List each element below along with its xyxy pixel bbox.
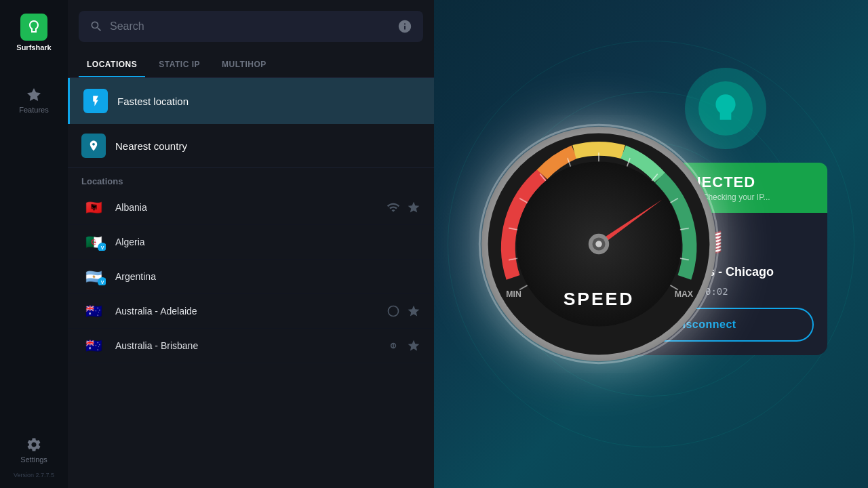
search-input[interactable] [110, 20, 391, 33]
country-name: Australia - Adelaide [115, 306, 377, 317]
country-name: Algeria [115, 237, 411, 247]
list-item[interactable]: 🇩🇿 V Algeria [68, 225, 434, 260]
fastest-icon [83, 89, 108, 113]
svg-point-0 [389, 306, 399, 317]
version-text: Version 2.7.7.5 [14, 472, 54, 479]
tab-bar: LOCATIONS STATIC IP MULTIHOP [68, 53, 434, 78]
algeria-flag: 🇩🇿 V [81, 233, 106, 251]
svg-text:SPEED: SPEED [564, 289, 634, 309]
country-name: Albania [115, 202, 377, 213]
search-icon [90, 20, 103, 33]
fastest-location-item[interactable]: Fastest location [68, 78, 434, 124]
settings-icon [26, 436, 42, 453]
country-name: Argentina [115, 271, 411, 282]
svg-text:MAX: MAX [675, 289, 694, 299]
sidebar-item-settings[interactable]: Settings [0, 428, 68, 472]
vpn-badge: V [98, 277, 106, 285]
right-panel: CONNECTED Your IP address: Checking your… [434, 0, 868, 488]
surfshark-logo-svg [26, 19, 42, 35]
country-actions [387, 339, 420, 352]
country-actions [387, 201, 420, 214]
info-icon[interactable] [397, 19, 412, 34]
star-icon[interactable] [407, 304, 420, 318]
tab-locations[interactable]: LOCATIONS [79, 53, 145, 77]
star-icon[interactable] [407, 201, 420, 214]
country-actions [387, 304, 420, 318]
signal-icon[interactable] [387, 201, 400, 214]
signal-icon[interactable] [387, 339, 400, 352]
settings-label: Settings [20, 455, 47, 464]
tab-multihop[interactable]: MULTIHOP [214, 53, 275, 77]
fastest-label: Fastest location [117, 96, 189, 107]
country-name: Australia - Brisbane [115, 340, 377, 351]
australia-flag: 🇦🇺 [81, 302, 106, 320]
features-label: Features [19, 106, 48, 114]
speedometer-svg: MIN MAX SPEED [470, 115, 728, 373]
nearest-country-item[interactable]: Nearest country [68, 124, 434, 168]
speedometer-overlay: MIN MAX SPEED [470, 115, 728, 373]
star-icon[interactable] [407, 339, 420, 352]
australia-brisbane-flag: 🇦🇺 [81, 337, 106, 354]
sidebar: Surfshark Features Settings Version 2.7.… [0, 0, 68, 488]
signal-icon[interactable] [387, 304, 400, 318]
nearest-label: Nearest country [115, 140, 187, 152]
features-icon [26, 87, 42, 103]
bolt-icon [90, 95, 102, 107]
app-name: Surfshark [16, 43, 51, 52]
albania-flag: 🇦🇱 [81, 199, 106, 216]
nearest-icon [81, 134, 106, 158]
argentina-flag: 🇦🇷 V [81, 268, 106, 285]
list-item[interactable]: 🇦🇺 Australia - Adelaide [68, 294, 434, 329]
tab-static-ip[interactable]: STATIC IP [151, 53, 208, 77]
location-list: Fastest location Nearest country Locatio… [68, 78, 434, 488]
svg-text:MIN: MIN [506, 289, 521, 299]
search-bar [79, 11, 423, 42]
list-item[interactable]: 🇦🇺 Australia - Brisbane [68, 329, 434, 363]
left-panel: LOCATIONS STATIC IP MULTIHOP Fastest loc… [68, 0, 434, 488]
sidebar-item-features[interactable]: Features [0, 79, 68, 122]
location-icon [87, 140, 100, 152]
locations-section-header: Locations [68, 168, 434, 190]
svg-point-26 [595, 241, 602, 247]
vpn-badge: V [98, 243, 106, 251]
list-item[interactable]: 🇦🇷 V Argentina [68, 260, 434, 294]
app-logo: Surfshark [9, 7, 58, 58]
list-item[interactable]: 🇦🇱 Albania [68, 190, 434, 225]
logo-icon [20, 14, 47, 41]
